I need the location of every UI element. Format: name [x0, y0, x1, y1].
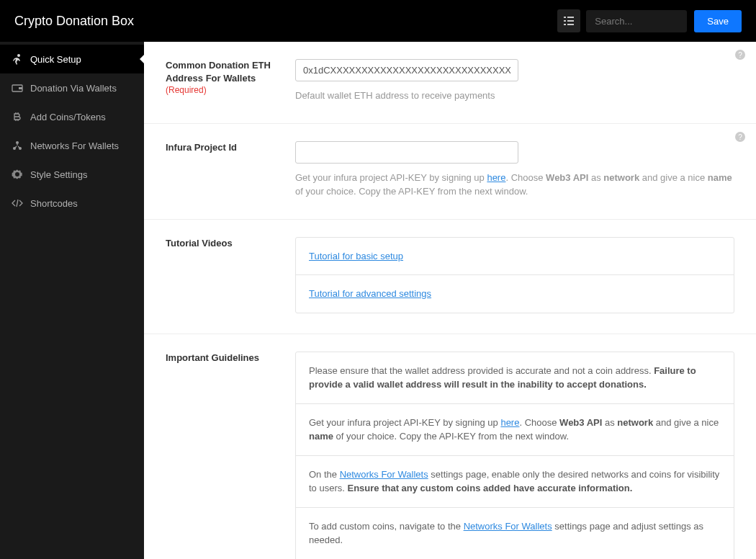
svg-rect-1	[567, 17, 574, 18]
list-item: Tutorial for basic setup	[296, 238, 734, 276]
sidebar-item-label: Add Coins/Tokens	[30, 112, 106, 122]
panel-icon	[563, 15, 575, 27]
svg-rect-2	[564, 20, 566, 22]
sidebar-item-label: Shortcodes	[30, 198, 78, 209]
bitcoin-icon	[12, 111, 23, 122]
list-item: To add custom coins, navigate to the Net…	[296, 508, 734, 560]
tutorial-basic-link[interactable]: Tutorial for basic setup	[309, 251, 403, 261]
helper-text: Default wallet ETH address to receive pa…	[295, 89, 734, 103]
save-button[interactable]: Save	[694, 10, 742, 32]
list-item: Please ensure that the wallet address pr…	[296, 352, 734, 404]
app-header: Crypto Donation Box Save	[0, 0, 756, 42]
field-label: Tutorial Videos	[166, 237, 284, 250]
field-label: Common Donation ETH Address For Wallets	[166, 59, 284, 85]
helper-text: Get your infura project API-KEY by signi…	[295, 171, 734, 199]
sidebar-item-label: Quick Setup	[30, 54, 81, 65]
list-item: Get your infura project API-KEY by signi…	[296, 404, 734, 456]
sidebar-item-label: Networks For Wallets	[30, 140, 119, 151]
networks-for-wallets-link[interactable]: Networks For Wallets	[340, 469, 428, 480]
code-icon	[12, 197, 23, 209]
sidebar-item-networks[interactable]: Networks For Wallets	[0, 131, 144, 160]
svg-point-6	[17, 54, 20, 57]
app-title: Crypto Donation Box	[14, 14, 557, 29]
sidebar-item-shortcodes[interactable]: Shortcodes	[0, 189, 144, 218]
tutorial-advanced-link[interactable]: Tutorial for advanced settings	[309, 288, 431, 299]
guidelines-list: Please ensure that the wallet address pr…	[295, 352, 734, 560]
sidebar-item-label: Style Settings	[30, 169, 88, 180]
infura-id-input[interactable]	[295, 141, 518, 164]
section-tutorials: Tutorial Videos Tutorial for basic setup…	[144, 220, 756, 334]
network-icon	[12, 140, 23, 151]
networks-for-wallets-link[interactable]: Networks For Wallets	[464, 521, 552, 532]
section-guidelines: Important Guidelines Please ensure that …	[144, 334, 756, 560]
svg-rect-4	[564, 24, 566, 25]
sidebar-item-donation-via-wallets[interactable]: Donation Via Wallets	[0, 73, 144, 102]
list-item: On the Networks For Wallets settings pag…	[296, 456, 734, 508]
required-text: (Required)	[166, 85, 284, 95]
sidebar-item-label: Donation Via Wallets	[30, 83, 117, 94]
sidebar-item-quick-setup[interactable]: Quick Setup	[0, 45, 144, 73]
main-content: ? Common Donation ETH Address For Wallet…	[144, 42, 756, 559]
eth-address-input[interactable]	[295, 59, 518, 81]
infura-signup-link[interactable]: here	[500, 417, 519, 428]
svg-point-9	[16, 141, 19, 144]
section-eth-address: ? Common Donation ETH Address For Wallet…	[144, 42, 756, 124]
svg-rect-3	[567, 20, 574, 22]
svg-rect-8	[19, 87, 22, 89]
sidebar-item-add-coins[interactable]: Add Coins/Tokens	[0, 102, 144, 131]
field-label: Infura Project Id	[166, 141, 284, 154]
panel-toggle-button[interactable]	[557, 9, 580, 32]
infura-signup-link[interactable]: here	[487, 172, 505, 183]
gear-icon	[12, 169, 23, 180]
svg-text:?: ?	[738, 133, 742, 141]
list-item: Tutorial for advanced settings	[296, 275, 734, 313]
svg-rect-0	[564, 17, 566, 18]
tutorials-list: Tutorial for basic setup Tutorial for ad…	[295, 237, 734, 313]
section-infura: ? Infura Project Id Get your infura proj…	[144, 124, 756, 220]
wallet-icon	[12, 82, 23, 94]
field-label: Important Guidelines	[166, 352, 284, 365]
help-icon[interactable]: ?	[734, 131, 746, 143]
sidebar-item-style-settings[interactable]: Style Settings	[0, 160, 144, 189]
help-icon[interactable]: ?	[734, 49, 746, 61]
svg-text:?: ?	[738, 51, 742, 59]
run-icon	[12, 53, 23, 65]
search-input[interactable]	[586, 10, 687, 32]
svg-rect-5	[567, 24, 574, 25]
sidebar: Quick Setup Donation Via Wallets Add Coi…	[0, 42, 144, 559]
